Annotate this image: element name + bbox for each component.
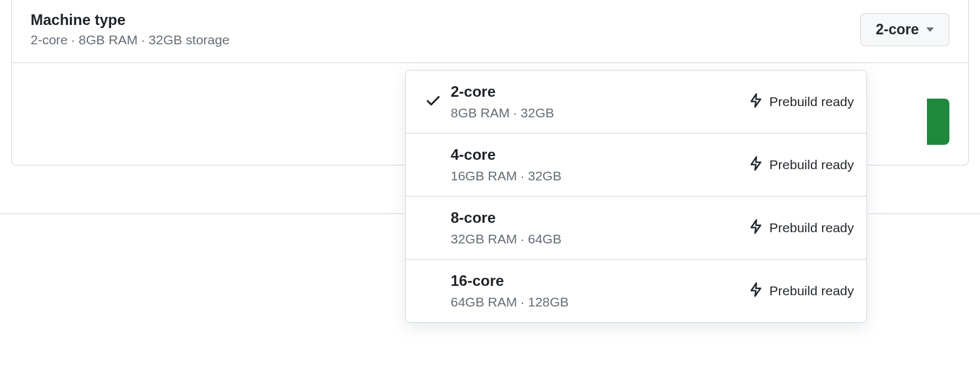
option-subtitle: 16GB RAM · 32GB <box>451 169 748 184</box>
chevron-down-icon <box>926 27 934 32</box>
option-text: 4-core 16GB RAM · 32GB <box>451 146 748 184</box>
section-title: Machine type <box>31 11 230 29</box>
zap-icon <box>748 282 763 300</box>
section-header-text: Machine type 2-core · 8GB RAM · 32GB sto… <box>31 11 230 47</box>
option-title: 8-core <box>451 209 748 227</box>
prebuild-badge: Prebuild ready <box>748 156 854 174</box>
zap-icon <box>748 156 763 174</box>
machine-option-16-core[interactable]: 16-core 64GB RAM · 128GB Prebuild ready <box>406 260 866 322</box>
machine-option-4-core[interactable]: 4-core 16GB RAM · 32GB Prebuild ready <box>406 134 866 197</box>
create-button-partial[interactable] <box>927 99 949 145</box>
option-title: 4-core <box>451 146 748 164</box>
zap-icon <box>748 93 763 110</box>
dropdown-selected-label: 2-core <box>876 21 919 38</box>
machine-option-2-core[interactable]: 2-core 8GB RAM · 32GB Prebuild ready <box>406 71 866 134</box>
machine-type-dropdown-button[interactable]: 2-core <box>860 13 949 46</box>
badge-text: Prebuild ready <box>770 283 854 298</box>
badge-text: Prebuild ready <box>770 157 854 172</box>
section-subtitle: 2-core · 8GB RAM · 32GB storage <box>31 32 230 47</box>
option-text: 2-core 8GB RAM · 32GB <box>451 83 748 120</box>
check-column <box>416 92 451 111</box>
machine-type-menu: 2-core 8GB RAM · 32GB Prebuild ready 4-c… <box>405 70 867 323</box>
prebuild-badge: Prebuild ready <box>748 93 854 110</box>
prebuild-badge: Prebuild ready <box>748 282 854 300</box>
badge-text: Prebuild ready <box>770 220 854 235</box>
option-subtitle: 64GB RAM · 128GB <box>451 295 748 310</box>
section-header: Machine type 2-core · 8GB RAM · 32GB sto… <box>12 0 968 63</box>
option-subtitle: 8GB RAM · 32GB <box>451 105 748 120</box>
zap-icon <box>748 219 763 237</box>
badge-text: Prebuild ready <box>770 94 854 109</box>
option-subtitle: 32GB RAM · 64GB <box>451 232 748 247</box>
option-title: 16-core <box>451 272 748 290</box>
prebuild-badge: Prebuild ready <box>748 219 854 237</box>
machine-option-8-core[interactable]: 8-core 32GB RAM · 64GB Prebuild ready <box>406 197 866 260</box>
option-title: 2-core <box>451 83 748 100</box>
check-icon <box>425 92 441 111</box>
option-text: 8-core 32GB RAM · 64GB <box>451 209 748 247</box>
option-text: 16-core 64GB RAM · 128GB <box>451 272 748 310</box>
